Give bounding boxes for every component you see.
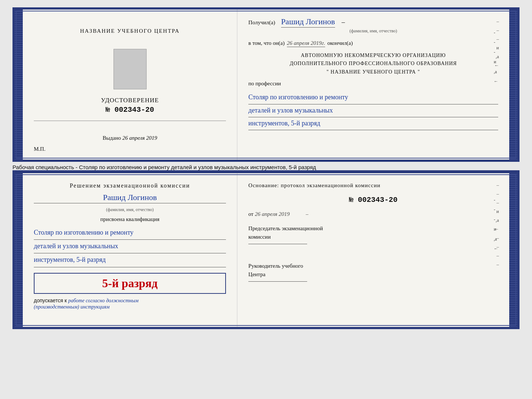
vydano-label: Выдано	[103, 135, 121, 141]
recipient-row: Получил(a) Рашид Логинов – (фамилия, имя…	[248, 17, 498, 34]
predsedatel-line1: Председатель экзаменационной	[248, 224, 498, 233]
right-dashes-top: –––и,а←	[494, 17, 499, 70]
qualification-handwritten: Столяр по изготовлению и ремонту деталей…	[34, 226, 226, 267]
number-sign: №	[105, 106, 110, 114]
fio-sub-bottom: (фамилия, имя, отчество)	[34, 207, 226, 213]
prof-line2-top: деталей и узлов музыкальных	[248, 104, 498, 117]
rukovoditel-signature	[248, 281, 307, 282]
spine-left-bottom	[15, 173, 23, 327]
protocol-number: № 002343-20	[248, 196, 498, 204]
bottom-left-panel: Решением экзаменационной комиссии Рашид …	[23, 173, 237, 327]
predsedatel-signature	[248, 244, 307, 244]
predsedatel-block: Председатель экзаменационной комиссии	[248, 224, 498, 244]
org-line1: АВТОНОМНУЮ НЕКОММЕРЧЕСКУЮ ОРГАНИЗАЦИЮ	[248, 51, 498, 60]
rank-big-text: 5-й разряд	[40, 277, 219, 290]
cert-num-value: 002343-20	[115, 106, 154, 114]
prisvoena-text: присвоена квалификация	[34, 216, 226, 222]
rukovoditel-line2: Центра	[248, 270, 498, 279]
predsedatel-line2: комиссии	[248, 233, 498, 241]
vtom-label: в том, что он(а)	[248, 40, 285, 46]
udostoverenie-title: УДОСТОВЕРЕНИЕ	[101, 97, 159, 104]
top-document: НАЗВАНИЕ УЧЕБНОГО ЦЕНТРА УДОСТОВЕРЕНИЕ №…	[12, 7, 520, 162]
ot-line: от 26 апреля 2019 –	[248, 211, 498, 217]
dopuskaetsya-line: допускается к работе согласно должностны…	[34, 298, 226, 310]
top-right-panel: Получил(a) Рашид Логинов – (фамилия, имя…	[237, 10, 509, 160]
udostoverenie-block: УДОСТОВЕРЕНИЕ № 002343-20	[101, 97, 159, 114]
right-dashes-bottom: –––и,а←––––	[494, 181, 499, 269]
bottom-name: Рашид Логинов	[34, 193, 226, 203]
org-line2: ДОПОЛНИТЕЛЬНОГО ПРОФЕССИОНАЛЬНОГО ОБРАЗО…	[248, 60, 498, 68]
profession-handwritten-top: Столяр по изготовлению и ремонту деталей…	[248, 91, 498, 130]
center-title: НАЗВАНИЕ УЧЕБНОГО ЦЕНТРА	[80, 28, 180, 34]
rukovoditel-block: Руководитель учебного Центра	[248, 262, 498, 282]
prof-line3-top: инструментов, 5-й разряд	[248, 117, 498, 130]
rukovoditel-line1: Руководитель учебного	[248, 262, 498, 270]
proto-num: 002343-20	[358, 196, 398, 204]
ot-date: 26 апреля 2019	[255, 211, 290, 217]
document-wrapper: НАЗВАНИЕ УЧЕБНОГО ЦЕНТРА УДОСТОВЕРЕНИЕ №…	[12, 7, 520, 329]
bottom-right-panel: Основание: протокол экзаменационной коми…	[237, 173, 509, 327]
dopuskaetsya-label: допускается к	[34, 298, 67, 303]
resheniem-text: Решением экзаменационной комиссии	[34, 182, 226, 189]
mp-label: М.П.	[34, 146, 46, 152]
bottom-document: Решением экзаменационной комиссии Рашид …	[12, 171, 520, 329]
qual-line3: инструментов, 5-й разряд	[34, 253, 226, 267]
caption-text: Рабочая специальность - Столяр по изгото…	[12, 162, 520, 171]
work-instruction: работе согласно должностным	[68, 298, 139, 303]
poluchil-label: Получил(a)	[248, 19, 275, 26]
org-line3: " НАЗВАНИЕ УЧЕБНОГО ЦЕНТРА "	[248, 68, 498, 76]
rank-box: 5-й разряд	[34, 273, 226, 294]
prof-line1-top: Столяр по изготовлению и ремонту	[248, 91, 498, 104]
qual-line1: Столяр по изготовлению и ремонту	[34, 226, 226, 240]
cert-number-top: № 002343-20	[101, 106, 159, 114]
vtom-date: 26 апреля 2019г.	[287, 40, 325, 47]
top-left-panel: НАЗВАНИЕ УЧЕБНОГО ЦЕНТРА УДОСТОВЕРЕНИЕ №…	[23, 10, 237, 160]
spine-right-top	[509, 10, 517, 160]
work-instruction2: (производственным) инструкциям	[34, 304, 109, 310]
org-block: АВТОНОМНУЮ НЕКОММЕРЧЕСКУЮ ОРГАНИЗАЦИЮ ДО…	[248, 51, 498, 76]
qual-line2: деталей и узлов музыкальных	[34, 240, 226, 253]
ot-label: от	[248, 211, 254, 217]
photo-placeholder	[114, 49, 147, 89]
okончил-label: окончил(а)	[327, 40, 353, 46]
recipient-name: Рашид Логинов	[281, 17, 335, 28]
caption-content: Рабочая специальность - Столяр по изгото…	[12, 164, 316, 170]
divider-left	[34, 121, 226, 121]
vydano-line: Выдано 26 апреля 2019	[103, 135, 157, 141]
osnovaniye-text: Основание: протокол экзаменационной коми…	[248, 182, 498, 189]
vydano-date: 26 апреля 2019	[122, 135, 157, 141]
proto-sign: №	[349, 196, 353, 204]
vtom-row: в том, что он(а) 26 апреля 2019г. окончи…	[248, 40, 498, 47]
spine-right-bottom	[509, 173, 517, 327]
spine-left-top	[15, 10, 23, 160]
fio-hint-top: (фамилия, имя, отчество)	[248, 28, 498, 34]
po-professii-label: по профессии	[248, 81, 498, 87]
